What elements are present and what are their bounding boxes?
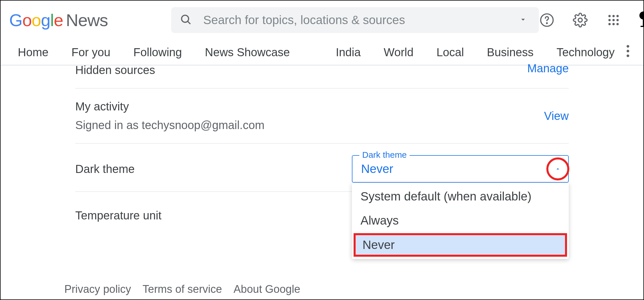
nav-topic-world[interactable]: World <box>372 46 425 59</box>
svg-line-1 <box>188 22 190 24</box>
footer-terms-of-service[interactable]: Terms of service <box>142 283 222 295</box>
nav-following[interactable]: Following <box>122 46 193 59</box>
app-header: Google News <box>1 1 643 40</box>
settings-icon[interactable] <box>572 12 588 28</box>
my-activity-view-link[interactable]: View <box>544 110 569 122</box>
nav-topic-business[interactable]: Business <box>475 46 545 59</box>
hidden-sources-title: Hidden sources <box>75 64 527 77</box>
search-dropdown-icon[interactable] <box>519 15 527 25</box>
svg-point-10 <box>616 19 619 21</box>
nav-news-showcase[interactable]: News Showcase <box>193 46 301 59</box>
dark-theme-row: Dark theme Dark theme Never System defau… <box>75 144 569 192</box>
svg-point-6 <box>612 15 615 17</box>
nav-topic-india[interactable]: India <box>324 46 372 59</box>
dark-theme-arrow-highlight <box>546 157 569 180</box>
nav-topic-local[interactable]: Local <box>425 46 475 59</box>
svg-point-3 <box>546 23 547 24</box>
dark-theme-selected-value: Never <box>361 162 560 176</box>
dark-theme-title: Dark theme <box>75 163 352 176</box>
primary-nav: Home For you Following News Showcase Ind… <box>1 40 643 65</box>
svg-point-4 <box>578 18 582 22</box>
svg-point-12 <box>612 23 615 25</box>
footer-about-google[interactable]: About Google <box>234 283 300 295</box>
help-icon[interactable] <box>539 12 555 28</box>
dark-theme-option-system-default[interactable]: System default (when available) <box>352 184 569 209</box>
settings-content: Hidden sources Manage My activity Signed… <box>1 65 643 233</box>
logo-product-name: News <box>66 10 108 30</box>
footer-links: Privacy policy Terms of service About Go… <box>64 283 300 295</box>
my-activity-subtitle: Signed in as techysnoop@gmail.com <box>75 119 544 132</box>
search-icon[interactable] <box>180 13 192 27</box>
my-activity-title: My activity <box>75 100 544 113</box>
nav-for-you[interactable]: For you <box>60 46 122 59</box>
svg-point-15 <box>626 50 629 52</box>
svg-point-7 <box>616 15 619 17</box>
hidden-sources-row: Hidden sources Manage <box>75 65 569 89</box>
svg-point-11 <box>608 23 611 25</box>
svg-point-0 <box>182 15 189 22</box>
dark-theme-select-legend: Dark theme <box>359 150 410 160</box>
svg-point-8 <box>608 19 611 21</box>
dark-theme-select-wrap: Dark theme Never System default (when av… <box>352 155 569 183</box>
svg-point-13 <box>616 23 619 25</box>
dark-theme-option-never[interactable]: Never <box>354 233 567 257</box>
svg-point-14 <box>626 45 629 47</box>
dark-theme-dropdown: System default (when available) Always N… <box>352 183 569 259</box>
nav-topic-technology[interactable]: Technology <box>545 46 626 59</box>
svg-point-16 <box>626 54 629 57</box>
my-activity-row: My activity Signed in as techysnoop@gmai… <box>75 89 569 144</box>
account-avatar[interactable] <box>639 11 644 29</box>
caret-up-icon[interactable] <box>555 166 561 172</box>
hidden-sources-manage-link[interactable]: Manage <box>527 62 569 75</box>
nav-home[interactable]: Home <box>6 46 60 59</box>
svg-point-5 <box>608 15 611 17</box>
header-actions <box>539 11 644 29</box>
apps-grid-icon[interactable] <box>606 12 622 28</box>
nav-more-icon[interactable] <box>626 45 630 60</box>
google-news-logo[interactable]: Google News <box>9 10 108 30</box>
dark-theme-option-always[interactable]: Always <box>352 209 569 233</box>
search-input[interactable] <box>203 13 519 27</box>
footer-privacy-policy[interactable]: Privacy policy <box>64 283 131 295</box>
search-bar[interactable] <box>171 7 539 33</box>
dark-theme-select[interactable]: Dark theme Never <box>352 155 569 183</box>
svg-point-9 <box>612 19 615 21</box>
